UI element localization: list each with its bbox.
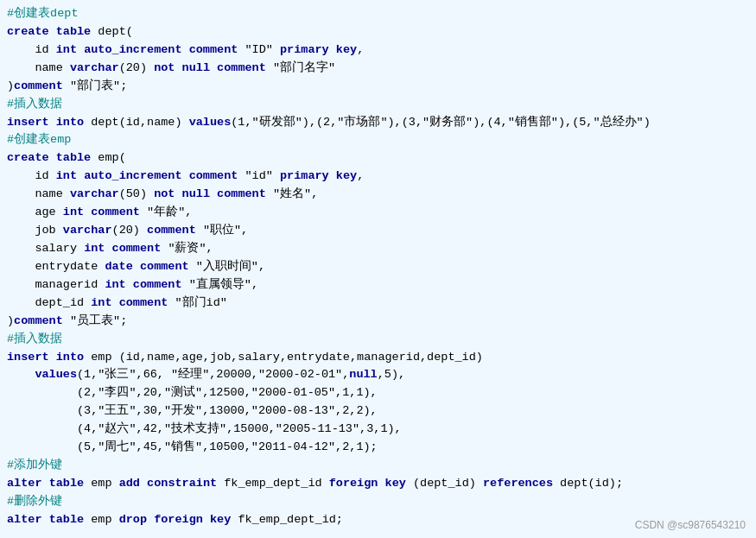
line-9: id int auto_increment comment "id" prima… — [7, 168, 749, 186]
line-15: managerid int comment "直属领导", — [7, 276, 749, 294]
code-container: #创建表deptcreate table dept( id int auto_i… — [0, 0, 756, 538]
line-23: (4,"赵六",42,"技术支持",15000,"2005-11-13",3,1… — [7, 421, 749, 439]
line-26: alter table emp add constraint fk_emp_de… — [7, 475, 749, 493]
line-4: )comment "部门表"; — [7, 78, 749, 96]
line-14: entrydate date comment "入职时间", — [7, 258, 749, 276]
line-16: dept_id int comment "部门id" — [7, 294, 749, 313]
line-19: insert into emp (id,name,age,job,salary,… — [7, 349, 749, 367]
line-17: )comment "员工表"; — [7, 313, 749, 331]
line-0: #创建表dept — [7, 5, 749, 23]
watermark: CSDN @sc9876543210 — [635, 519, 746, 531]
line-22: (3,"王五",30,"开发",13000,"2000-08-13",2,2), — [7, 402, 749, 421]
line-11: age int comment "年龄", — [7, 204, 749, 222]
line-7: #创建表emp — [7, 131, 749, 149]
line-8: create table emp( — [7, 149, 749, 168]
code-lines: #创建表deptcreate table dept( id int auto_i… — [7, 5, 749, 529]
line-24: (5,"周七",45,"销售",10500,"2011-04-12",2,1); — [7, 439, 749, 457]
line-25: #添加外键 — [7, 457, 749, 475]
line-6: insert into dept(id,name) values(1,"研发部"… — [7, 114, 749, 132]
line-3: name varchar(20) not null comment "部门名字" — [7, 60, 749, 78]
line-20: values(1,"张三",66, "经理",20000,"2000-02-01… — [7, 366, 749, 384]
line-13: salary int comment "薪资", — [7, 240, 749, 258]
line-5: #插入数据 — [7, 96, 749, 114]
line-21: (2,"李四",20,"测试",12500,"2000-01-05",1,1), — [7, 384, 749, 402]
line-10: name varchar(50) not null comment "姓名", — [7, 186, 749, 204]
line-18: #插入数据 — [7, 331, 749, 349]
line-1: create table dept( — [7, 23, 749, 41]
line-2: id int auto_increment comment "ID" prima… — [7, 41, 749, 60]
line-12: job varchar(20) comment "职位", — [7, 222, 749, 240]
line-27: #删除外键 — [7, 493, 749, 511]
